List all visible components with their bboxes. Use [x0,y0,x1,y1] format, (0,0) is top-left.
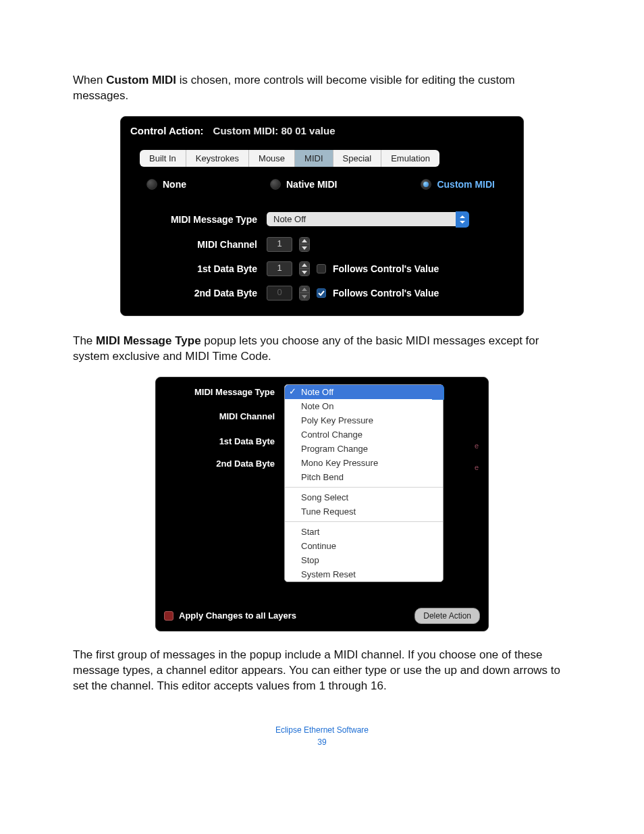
menu-item[interactable]: System Reset [285,567,443,581]
radio-none[interactable]: None [146,179,186,190]
radio-label: Custom MIDI [437,179,495,190]
stepper-down-icon[interactable] [300,293,309,300]
paragraph-channel-editor: The first group of messages in the popup… [73,648,571,694]
menu-separator [285,521,443,522]
tab-mouse[interactable]: Mouse [249,150,295,167]
label-midi-message-type: MIDI Message Type [145,214,267,225]
data2-stepper[interactable] [299,286,310,301]
menu-item[interactable]: Control Change [285,427,443,442]
menu-item[interactable]: Song Select [285,490,443,504]
menu-item[interactable]: Program Change [285,442,443,456]
label-midi-message-type: MIDI Message Type [163,387,284,397]
stepper-up-icon[interactable] [300,286,309,294]
text-bold: Custom MIDI [106,74,176,86]
menu-item[interactable]: Pitch Bend [285,470,443,484]
label-midi-channel: MIDI Channel [163,411,284,421]
stepper-up-icon[interactable] [300,262,309,269]
delete-action-button[interactable]: Delete Action [414,608,480,624]
checkbox-label: Follows Control's Value [333,263,439,274]
menu-item-label: Note Off [301,387,333,397]
label-1st-data-byte: 1st Data Byte [145,263,267,274]
radio-label: None [163,179,186,190]
page-footer: Eclipse Ethernet Software 39 [73,724,571,748]
radio-label: Native MIDI [286,179,337,190]
stepper-down-icon[interactable] [300,269,309,276]
control-action-value: Custom MIDI: 80 01 value [213,125,336,136]
midi-channel-stepper[interactable] [299,237,310,252]
tab-special[interactable]: Special [333,150,382,167]
midi-message-type-menu[interactable]: ✓ Note Off Note On Poly Key Pressure Con… [284,384,444,582]
panel-header: Control Action: Custom MIDI: 80 01 value [121,117,523,140]
menu-item[interactable]: Tune Request [285,504,443,519]
checkbox-label: Follows Control's Value [333,288,439,298]
label-1st-data-byte: 1st Data Byte [163,436,284,446]
tab-midi[interactable]: MIDI [295,150,333,167]
menu-item[interactable]: Start [285,525,443,539]
tab-keystrokes[interactable]: Keystrokes [186,150,249,167]
label-midi-channel: MIDI Channel [145,239,267,250]
radio-custom-midi[interactable]: Custom MIDI [421,179,495,190]
menu-item[interactable]: Note On [285,399,443,413]
tab-bar: Built In Keystrokes Mouse MIDI Special E… [140,150,514,167]
menu-item[interactable]: Stop [285,553,443,567]
control-action-panel: Control Action: Custom MIDI: 80 01 value… [120,116,524,316]
radio-native-midi[interactable]: Native MIDI [270,179,337,190]
stepper-up-icon[interactable] [300,238,309,245]
menu-item[interactable]: Poly Key Pressure [285,413,443,427]
menu-separator [285,487,443,488]
data2-field[interactable]: 0 [267,286,292,301]
midi-channel-field[interactable]: 1 [267,237,292,252]
footer-title: Eclipse Ethernet Software [73,724,571,736]
page-number: 39 [73,736,571,748]
radio-icon [421,179,431,190]
menu-item[interactable]: Continue [285,539,443,553]
label-2nd-data-byte: 2nd Data Byte [145,288,267,298]
popup-value: Note Off [267,212,456,226]
checkbox-label: Apply Changes to all Layers [179,610,296,621]
radio-icon [270,179,281,190]
control-action-label: Control Action: [130,125,204,136]
tab-emulation[interactable]: Emulation [381,150,439,167]
stepper-down-icon[interactable] [300,244,309,251]
apply-all-layers-checkbox[interactable] [164,611,173,621]
data1-field[interactable]: 1 [267,261,292,276]
menu-item[interactable]: Mono Key Pressure [285,456,443,470]
data1-follows-checkbox[interactable] [317,264,326,273]
check-icon: ✓ [289,386,296,396]
menu-item-note-off[interactable]: ✓ Note Off [285,385,443,399]
midi-popup-panel: MIDI Message Type MIDI Channel 1 1st Dat… [155,377,489,631]
paragraph-popup: The MIDI Message Type popup lets you cho… [73,334,571,365]
data2-follows-checkbox[interactable] [317,288,326,298]
data1-stepper[interactable] [299,261,310,276]
text-bold: MIDI Message Type [96,334,201,347]
radio-icon [146,179,157,190]
tab-built-in[interactable]: Built In [140,150,186,167]
updown-arrows-icon [456,211,469,228]
midi-message-type-popup[interactable]: Note Off [267,211,469,228]
text: The [73,334,96,347]
label-2nd-data-byte: 2nd Data Byte [163,459,284,469]
paragraph-intro: When Custom MIDI is chosen, more control… [73,73,571,104]
text: When [73,74,106,86]
